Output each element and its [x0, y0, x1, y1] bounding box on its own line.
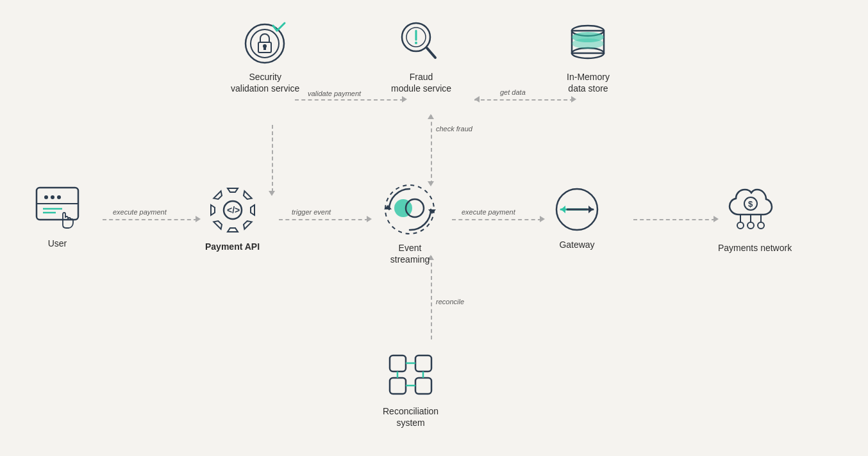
- payment-api-node: </> Payment API: [205, 184, 260, 252]
- arrowhead-2: [367, 216, 372, 222]
- arrowhead-1: [196, 216, 201, 222]
- arrow-user-to-api: [103, 219, 197, 220]
- gateway-label: Gateway: [559, 239, 594, 250]
- svg-point-33: [415, 42, 417, 44]
- reconciliation-label: Reconciliationsystem: [383, 405, 438, 428]
- event-streaming-label: Eventstreaming: [390, 242, 430, 265]
- payment-api-icon: </>: [207, 184, 258, 236]
- security-validation-icon: [241, 18, 289, 66]
- arrow-label-check-fraud: check fraud: [436, 125, 472, 133]
- gateway-icon: [551, 186, 603, 234]
- svg-line-34: [427, 48, 435, 58]
- svg-point-39: [572, 38, 604, 49]
- svg-point-1: [44, 195, 48, 199]
- payments-network-icon: $: [726, 179, 784, 237]
- svg-point-21: [758, 222, 764, 229]
- arrow-fraud-to-inmem: [474, 99, 574, 101]
- svg-point-2: [51, 195, 54, 199]
- svg-point-19: [737, 222, 744, 229]
- reconciliation-icon: [383, 349, 438, 400]
- security-validation-label: Securityvalidation service: [231, 71, 299, 94]
- svg-rect-29: [263, 47, 266, 50]
- arrow-label-execute-payment-2: execute payment: [462, 208, 515, 216]
- arrow-label-reconcile: reconcile: [436, 298, 464, 305]
- arrow-event-to-gateway: [452, 219, 542, 220]
- fraud-module-label: Fraudmodule service: [391, 71, 451, 94]
- arrow-label-validate-payment: validate payment: [308, 90, 361, 97]
- svg-point-20: [747, 222, 754, 229]
- arrowhead-up-fraud: [428, 114, 434, 119]
- arrowhead-3: [540, 216, 545, 222]
- svg-rect-43: [415, 378, 431, 394]
- arrow-gateway-to-payments: [633, 219, 715, 220]
- arrow-security-down: [272, 125, 273, 192]
- svg-point-3: [57, 195, 61, 199]
- in-memory-icon: [564, 18, 612, 66]
- arrow-label-trigger-event: trigger event: [292, 208, 331, 216]
- arrowhead-inmem-left: [474, 96, 480, 102]
- event-streaming-node: Eventstreaming: [383, 183, 437, 265]
- user-label: User: [48, 238, 67, 249]
- svg-marker-13: [428, 209, 436, 214]
- fraud-module-node: Fraudmodule service: [391, 18, 451, 94]
- in-memory-node: In-Memorydata store: [564, 18, 612, 94]
- arrow-label-get-data: get data: [500, 88, 526, 96]
- arrow-api-to-event: [279, 219, 369, 220]
- arrowhead-inmem-right: [571, 96, 576, 102]
- arrow-event-to-fraud-v: [431, 115, 432, 184]
- payments-network-node: $ Payments network: [718, 179, 792, 254]
- gateway-node: Gateway: [551, 186, 603, 250]
- svg-marker-15: [561, 206, 565, 213]
- svg-rect-41: [415, 355, 431, 371]
- fraud-module-icon: [396, 18, 447, 66]
- arrow-label-execute-payment-1: execute payment: [113, 208, 167, 216]
- user-node: User: [33, 184, 81, 249]
- event-streaming-icon: [383, 183, 437, 237]
- svg-rect-42: [390, 378, 406, 394]
- arrowhead-sec-fraud: [402, 96, 407, 102]
- payments-network-label: Payments network: [718, 242, 792, 254]
- reconciliation-node: Reconciliationsystem: [383, 349, 438, 428]
- svg-text:$: $: [748, 199, 753, 209]
- in-memory-label: In-Memorydata store: [567, 71, 610, 94]
- security-validation-node: Securityvalidation service: [231, 18, 299, 94]
- svg-rect-40: [390, 355, 406, 371]
- arrowhead-sec-down: [269, 191, 275, 196]
- arrow-event-to-recon: [431, 256, 432, 339]
- arrow-security-to-fraud: [295, 99, 404, 101]
- svg-text:</>: </>: [227, 205, 240, 215]
- diagram: execute payment trigger event execute pa…: [0, 0, 868, 456]
- payment-api-label: Payment API: [205, 241, 260, 252]
- user-icon: [33, 184, 81, 232]
